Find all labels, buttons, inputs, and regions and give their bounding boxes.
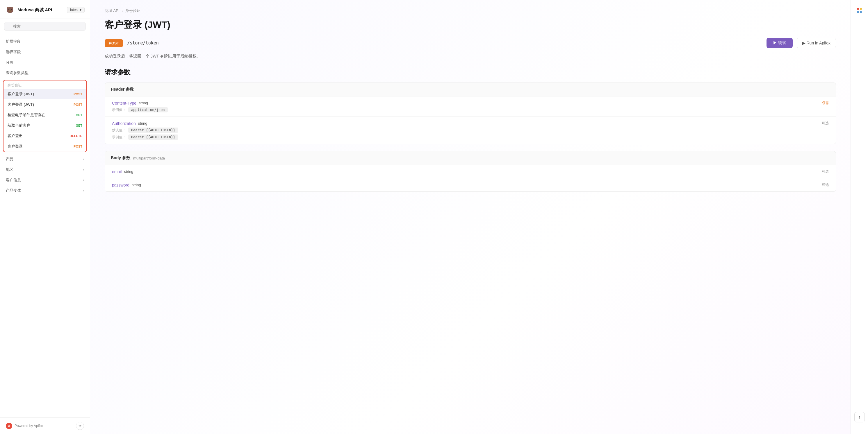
param-detail-example: 示例值： Bearer {{AUTH_TOKEN}}: [112, 134, 178, 140]
sidebar-title: Medusa 商城 API: [18, 7, 64, 13]
sidebar-item-check-email[interactable]: 检查电子邮件是否存在 GET: [3, 110, 86, 120]
powered-by: A Powered by Apifox: [6, 423, 43, 429]
apifox-logo: A: [6, 423, 12, 429]
sidebar-item-select-fields[interactable]: 选择字段: [0, 47, 90, 57]
sidebar-item-jwt-login-2[interactable]: 客户登录 (JWT) POST: [3, 99, 86, 110]
sidebar-item-logout[interactable]: 客户登出 DELETE: [3, 131, 86, 141]
logo-icon: 🐻: [5, 5, 14, 14]
sidebar-nav: 扩展字段 选择字段 分页 查询参数类型 身份验证 客户登录 (JWT) POST…: [0, 34, 90, 418]
param-type: string: [139, 101, 148, 105]
param-name-type: password string: [112, 183, 141, 187]
auth-section: 身份验证 客户登录 (JWT) POST 客户登录 (JWT) POST 检查电…: [3, 80, 87, 152]
param-email: email string 可选: [105, 165, 836, 178]
param-optional-badge: 可选: [822, 121, 829, 126]
main-content: 商城 API › 身份验证 客户登录 (JWT) POST /store/tok…: [90, 0, 850, 434]
body-params-rows: email string 可选 password string 可选: [105, 165, 836, 192]
breadcrumb-separator: ›: [122, 9, 123, 13]
header-params-rows: Content-Type string 必需 示例值： application/…: [105, 96, 836, 144]
param-optional-badge: 可选: [822, 182, 829, 187]
sidebar-item-products[interactable]: 产品 ›: [0, 154, 90, 164]
param-type: string: [138, 121, 148, 126]
param-example-value: application/json: [128, 107, 168, 112]
sidebar-item-query-types[interactable]: 查询参数类型: [0, 68, 90, 78]
endpoint-path: /store/token: [127, 40, 762, 45]
version-selector[interactable]: latest ▾: [67, 7, 85, 13]
right-panel: ↑: [850, 0, 868, 434]
sidebar-item-pagination[interactable]: 分页: [0, 57, 90, 68]
param-name: email: [112, 169, 122, 174]
body-params-label: Body 参数 multipart/form-data: [105, 151, 836, 165]
param-top: Content-Type string 必需: [112, 101, 829, 105]
dots-grid-icon[interactable]: [855, 6, 864, 15]
search-wrapper: 🔍: [4, 22, 86, 31]
param-top: email string 可选: [112, 169, 829, 174]
sidebar-item-regions[interactable]: 地区 ›: [0, 164, 90, 175]
test-button[interactable]: ▶ 调试: [767, 38, 793, 48]
param-password: password string 可选: [105, 178, 836, 192]
param-default-value: Bearer {{AUTH_TOKEN}}: [128, 128, 178, 133]
param-name: Authorization: [112, 121, 136, 126]
search-input[interactable]: [4, 22, 86, 31]
run-in-apifox-button[interactable]: ▶ Run in Apifox: [797, 38, 836, 48]
breadcrumb: 商城 API › 身份验证: [105, 8, 836, 13]
param-detail-default: 默认值： Bearer {{AUTH_TOKEN}}: [112, 128, 178, 133]
sidebar-item-jwt-login-1[interactable]: 客户登录 (JWT) POST: [3, 89, 86, 99]
request-params-title: 请求参数: [105, 68, 836, 77]
param-name-type: Authorization string: [112, 121, 148, 126]
sidebar-header: 🐻 Medusa 商城 API latest ▾: [0, 0, 90, 19]
page-title: 客户登录 (JWT): [105, 19, 836, 31]
param-optional-badge: 可选: [822, 169, 829, 174]
method-badge: POST: [105, 39, 123, 47]
param-authorization: Authorization string 可选 默认值： Bearer {{AU…: [105, 117, 836, 144]
description-text: 成功登录后，将返回一个 JWT 令牌以用于后续授权。: [105, 53, 836, 59]
header-params-label: Header 参数: [105, 82, 836, 96]
param-type: string: [132, 183, 141, 187]
chevron-right-icon: ›: [83, 178, 84, 182]
param-type: string: [124, 169, 133, 174]
chevron-right-icon: ›: [83, 189, 84, 193]
scroll-to-top-button[interactable]: ↑: [854, 412, 865, 422]
param-name: password: [112, 183, 129, 187]
search-box: 🔍: [0, 19, 90, 34]
param-top: Authorization string 可选: [112, 121, 829, 126]
sidebar-item-login[interactable]: 客户登录 POST: [3, 141, 86, 152]
body-params-group: Body 参数 multipart/form-data email string…: [105, 151, 836, 192]
param-required-badge: 必需: [822, 101, 829, 105]
param-detail: 示例值： application/json: [112, 107, 168, 112]
param-name-type: email string: [112, 169, 133, 174]
sidebar-footer: A Powered by Apifox ☀: [0, 418, 90, 434]
param-example-value: Bearer {{AUTH_TOKEN}}: [128, 134, 178, 140]
chevron-right-icon: ›: [83, 168, 84, 172]
endpoint-bar: POST /store/token ▶ 调试 ▶ Run in Apifox: [105, 38, 836, 48]
param-content-type: Content-Type string 必需 示例值： application/…: [105, 96, 836, 117]
param-name: Content-Type: [112, 101, 136, 105]
param-name-type: Content-Type string: [112, 101, 148, 105]
sidebar-item-customer-info[interactable]: 客户信息 ›: [0, 175, 90, 185]
header-params-group: Header 参数 Content-Type string 必需 示例值： ap…: [105, 82, 836, 144]
sidebar: 🐻 Medusa 商城 API latest ▾ 🔍 扩展字段 选择字段 分页 …: [0, 0, 90, 434]
sidebar-item-expand-fields[interactable]: 扩展字段: [0, 36, 90, 47]
grid-dots: [857, 8, 862, 13]
sidebar-item-get-customer[interactable]: 获取当前客户 GET: [3, 120, 86, 131]
body-type-label: multipart/form-data: [133, 156, 165, 160]
sidebar-item-product-variants[interactable]: 产品变体 ›: [0, 185, 90, 196]
auth-section-label: 身份验证: [3, 80, 86, 89]
chevron-right-icon: ›: [83, 157, 84, 161]
theme-toggle-button[interactable]: ☀: [76, 422, 84, 430]
param-top: password string 可选: [112, 182, 829, 187]
